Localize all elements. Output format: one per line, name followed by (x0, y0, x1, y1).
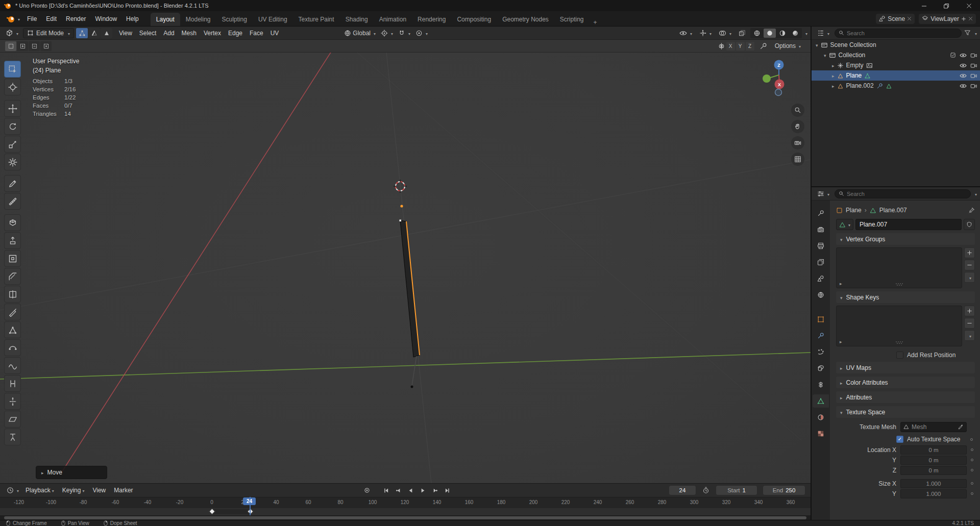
mirror-z-toggle[interactable]: Z (746, 42, 754, 51)
tool-extrude-region[interactable] (4, 232, 21, 249)
overlays-dropdown[interactable] (716, 28, 734, 38)
preview-range-icon[interactable] (700, 485, 712, 496)
menu-edit[interactable]: Edit (41, 11, 61, 26)
toggle-ortho-button[interactable] (791, 153, 804, 166)
animate-dot-icon[interactable] (971, 482, 973, 485)
close-button[interactable] (958, 0, 980, 11)
vertex-select-button[interactable] (76, 28, 88, 38)
rendered-shading-button[interactable] (789, 29, 801, 38)
tool-loop-cut[interactable] (4, 286, 21, 303)
datablock-browse-button[interactable] (836, 219, 853, 230)
current-frame-badge[interactable]: 24 (243, 497, 256, 505)
add-shape-key-button[interactable] (964, 306, 975, 316)
panel-attributes[interactable]: Attributes (836, 391, 975, 403)
breadcrumb-data[interactable]: Plane.007 (879, 207, 907, 214)
disclosure-icon[interactable] (816, 41, 818, 48)
outliner-row-plane-002[interactable]: Plane.002 (812, 81, 980, 91)
outliner-row-collection[interactable]: Collection (812, 50, 980, 60)
mirror-x-toggle[interactable]: X (726, 42, 735, 51)
frame-end-field[interactable]: End250 (763, 485, 805, 495)
gizmos-dropdown[interactable] (697, 28, 714, 38)
properties-tab-data[interactable] (813, 394, 829, 408)
jump-to-end-button[interactable] (442, 485, 453, 496)
breadcrumb-object[interactable]: Plane (846, 207, 862, 214)
fake-user-button[interactable] (964, 219, 975, 230)
tool-spin[interactable] (4, 339, 21, 356)
menu-file[interactable]: File (22, 11, 41, 26)
outliner-search-input[interactable] (847, 30, 958, 36)
mode-dropdown[interactable]: Edit Mode (23, 28, 74, 38)
animate-dot-icon[interactable] (971, 459, 973, 461)
hide-viewport-eye-icon[interactable] (960, 63, 967, 68)
view-layer-selector[interactable]: ViewLayer (919, 14, 976, 24)
workspace-tab-compositing[interactable]: Compositing (451, 13, 497, 26)
vertex-groups-list[interactable] (836, 247, 962, 288)
menu-face[interactable]: Face (246, 30, 267, 37)
shading-dropdown[interactable] (804, 30, 807, 37)
workspace-tab-geometry-nodes[interactable]: Geometry Nodes (497, 13, 554, 26)
panel-uv-maps[interactable]: UV Maps (836, 362, 975, 373)
location-z-field[interactable]: 0 m (900, 466, 967, 475)
editor-type-button[interactable] (3, 28, 21, 38)
properties-tab-texture[interactable] (813, 427, 829, 440)
outliner-search[interactable] (835, 29, 962, 38)
properties-tab-modifiers[interactable] (813, 329, 829, 342)
disable-render-camera-icon[interactable] (970, 72, 977, 79)
proportional-editing-dropdown[interactable] (413, 28, 430, 38)
pan-button[interactable] (791, 120, 804, 133)
shape-keys-list[interactable] (836, 306, 962, 346)
panel-shape-keys[interactable]: Shape Keys (836, 291, 975, 303)
vertex-group-specials-button[interactable] (964, 272, 975, 283)
workspace-tab-modeling[interactable]: Modeling (180, 13, 216, 26)
wireframe-shading-button[interactable] (751, 29, 763, 38)
properties-search[interactable] (835, 189, 971, 198)
face-select-button[interactable] (101, 28, 112, 38)
xray-toggle[interactable] (736, 28, 748, 38)
timeline-ruler[interactable]: -120 -100 -80 -60 -40 -20 0 20 40 60 80 … (0, 497, 811, 508)
eyedropper-icon[interactable] (958, 424, 964, 430)
mirror-y-toggle[interactable]: Y (736, 42, 745, 51)
add-view-layer-icon[interactable] (961, 16, 966, 21)
scene-selector[interactable]: Scene (876, 14, 915, 24)
add-rest-position-checkbox[interactable] (896, 352, 903, 359)
outliner-editor-type-button[interactable] (815, 28, 832, 38)
tool-annotate[interactable] (4, 175, 21, 192)
texture-mesh-field[interactable]: Mesh (900, 422, 967, 432)
chevron-down-icon[interactable] (973, 30, 977, 37)
hide-viewport-eye-icon[interactable] (960, 53, 967, 58)
properties-tab-scene[interactable] (813, 272, 829, 285)
remove-view-layer-icon[interactable] (968, 16, 973, 21)
outliner-row-plane[interactable]: Plane (812, 70, 980, 81)
size-y-field[interactable]: 1.000 (900, 489, 967, 498)
properties-tab-object[interactable] (813, 313, 829, 326)
dopesheet-lane[interactable] (0, 508, 811, 515)
tool-edge-slide[interactable] (4, 375, 21, 392)
tool-knife[interactable] (4, 304, 21, 320)
remove-shape-key-button[interactable] (964, 318, 975, 329)
properties-tab-world[interactable] (813, 288, 829, 302)
tool-shear[interactable] (4, 411, 21, 428)
current-frame-field[interactable]: 24 (669, 485, 696, 495)
navigation-gizmo[interactable]: Z X (758, 55, 799, 97)
disclosure-icon[interactable] (824, 52, 826, 59)
select-set-button[interactable] (5, 41, 16, 51)
tool-shrink-fatten[interactable] (4, 393, 21, 410)
tool-poly-build[interactable] (4, 321, 21, 338)
menu-playback[interactable]: Playback (21, 487, 58, 494)
auto-texture-space-checkbox[interactable] (896, 436, 903, 443)
viewport-3d[interactable]: User Perspective (24) Plane Objects1/3 V… (0, 53, 811, 483)
material-shading-button[interactable] (776, 29, 789, 38)
options-dropdown[interactable]: Options (772, 41, 803, 51)
disable-render-camera-icon[interactable] (970, 83, 977, 89)
properties-tab-material[interactable] (813, 411, 829, 424)
minimize-button[interactable] (913, 0, 935, 11)
exclude-checkbox-icon[interactable] (950, 52, 956, 58)
properties-tab-tool[interactable] (813, 207, 829, 220)
properties-tab-constraints[interactable] (813, 378, 829, 391)
select-intersect-button[interactable] (40, 41, 52, 51)
list-resize-grip[interactable] (895, 283, 903, 286)
workspace-tab-sculpting[interactable]: Sculpting (216, 13, 253, 26)
list-filter-icon[interactable] (840, 338, 842, 345)
tool-select-box[interactable] (4, 61, 21, 78)
menu-help[interactable]: Help (121, 11, 143, 26)
